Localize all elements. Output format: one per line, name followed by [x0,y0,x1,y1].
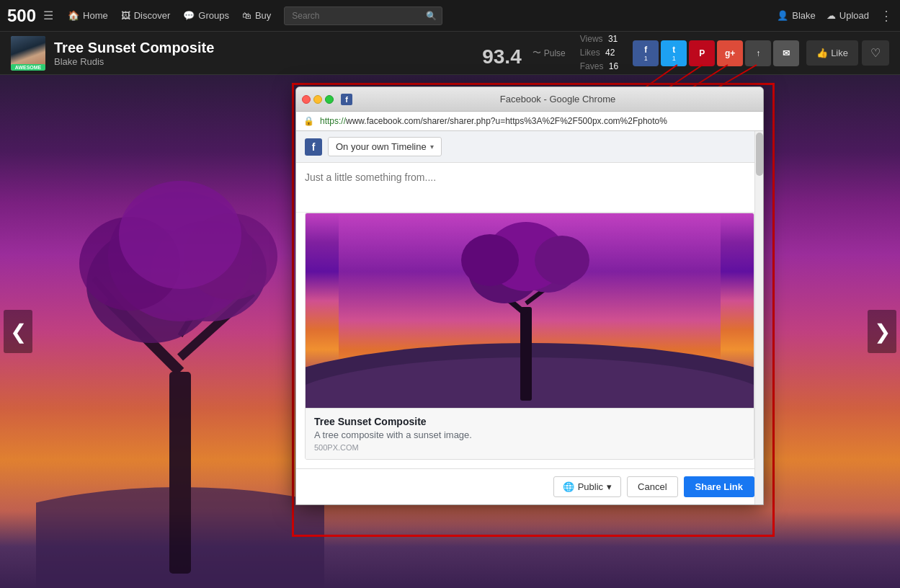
twitter-count: 1 [672,55,676,62]
facebook-count: 1 [644,55,648,62]
mail-share-button[interactable]: ✉ [773,40,799,66]
heart-icon: ♡ [870,47,881,59]
svg-point-25 [461,234,519,286]
timeline-selector-button[interactable]: On your own Timeline ▾ [328,137,442,156]
twitter-share-button[interactable]: t 1 [661,40,687,66]
facebook-share-button[interactable]: f 1 [633,40,659,66]
like-button[interactable]: 👍 Like [806,40,858,66]
thumbs-up-icon: 👍 [816,48,828,58]
prev-photo-arrow[interactable]: ❮ [4,310,32,353]
favorite-button[interactable]: ♡ [862,40,889,66]
fb-message-area [296,163,763,213]
right-chevron-icon: ❯ [874,320,891,344]
fb-share-link-button[interactable]: Share Link [684,476,754,497]
photo-stats: 93.4 〜 Pulse [482,39,566,68]
upload-label: Upload [839,10,869,21]
chrome-maximize-button[interactable] [325,95,334,104]
likes-count: Likes 42 [580,46,618,60]
pulse-label: Pulse [544,48,566,58]
like-label: Like [831,48,848,58]
mail-icon: ✉ [783,48,790,58]
faves-label: Faves [580,61,604,71]
nav-item-buy[interactable]: 🛍 Buy [242,10,271,21]
share-buttons: f 1 t 1 P g+ ↑ ✉ [633,40,799,66]
likes-value: 42 [605,48,615,58]
logo-text: 500 [7,6,36,26]
discover-icon: 🖼 [121,10,130,21]
score-decimal: .4 [504,45,521,68]
pinterest-icon: P [699,48,705,58]
faves-count: Faves 16 [580,60,618,74]
photo-counts: Views 31 Likes 42 Faves 16 [580,32,618,74]
upload-button[interactable]: ☁ Upload [827,10,869,21]
score-main: 93 [482,45,504,68]
chrome-tab-title: Facebook - Google Chrome [358,94,757,104]
search-input[interactable] [284,6,442,25]
action-buttons: 👍 Like ♡ [806,40,889,66]
author-avatar: AWESOME [11,36,45,71]
user-name: Blake [792,10,816,21]
photo-author[interactable]: Blake Rudis [54,56,482,67]
chrome-window: f Facebook - Google Chrome 🔒 https://www… [295,86,764,505]
avatar-image: AWESOME [11,36,45,71]
photo-header: AWESOME Tree Sunset Composite Blake Rudi… [0,32,900,75]
googleplus-share-button[interactable]: g+ [717,40,743,66]
nav-item-home[interactable]: 🏠 Home [68,10,108,21]
chrome-titlebar: f Facebook - Google Chrome [296,87,763,112]
top-nav: 500 ☰ 🏠 Home 🖼 Discover 💬 Groups 🛍 Buy 🔍… [0,0,900,32]
buy-icon: 🛍 [242,10,251,21]
groups-icon: 💬 [183,10,195,21]
background-tree-svg [36,156,324,588]
share-arrow-icon: ↑ [756,48,760,58]
more-options-icon[interactable]: ⋮ [880,8,893,24]
left-chevron-icon: ❮ [10,320,27,344]
user-avatar-icon: 👤 [777,10,788,21]
chrome-addressbar: 🔒 https://www.facebook.com/sharer/sharer… [296,112,763,131]
faves-value: 16 [609,61,618,71]
user-menu[interactable]: 👤 Blake [777,10,816,21]
fb-public-label: Public [578,481,603,492]
menu-icon[interactable]: ☰ [43,9,53,22]
public-dropdown-icon: ▾ [607,481,612,492]
svg-rect-1 [169,372,191,574]
fb-preview-title: Tree Sunset Composite [314,416,745,427]
fb-preview-description: A tree composite with a sunset image. [314,429,745,440]
next-photo-arrow[interactable]: ❯ [868,310,896,353]
site-logo[interactable]: 500 [7,6,36,26]
fb-message-input[interactable] [305,172,754,200]
home-icon: 🏠 [68,10,79,21]
facebook-share-content: f On your own Timeline ▾ [296,131,763,504]
fb-public-selector[interactable]: 🌐 Public ▾ [553,476,621,497]
facebook-dialog-overlay: f Facebook - Google Chrome 🔒 https://www… [295,86,764,505]
nav-item-discover[interactable]: 🖼 Discover [121,10,171,21]
fb-action-buttons: 🌐 Public ▾ Cancel Share Link [296,468,763,504]
photo-title-block: Tree Sunset Composite Blake Rudis [54,40,482,67]
chrome-window-controls [302,95,334,104]
chrome-close-button[interactable] [302,95,311,104]
fb-share-toolbar: f On your own Timeline ▾ [296,131,763,163]
preview-image-svg [306,213,754,408]
fb-scrollbar[interactable] [754,131,763,504]
views-count: Views 31 [580,32,618,46]
pulse-wave-icon: 〜 [533,47,541,59]
share-icon-button[interactable]: ↑ [745,40,771,66]
fb-cancel-button[interactable]: Cancel [627,476,677,497]
address-path: /sharer/sharer.php?u=https%3A%2F%2F500px… [420,116,667,126]
googleplus-icon: g+ [725,48,735,58]
chrome-minimize-button[interactable] [313,95,322,104]
globe-icon: 🌐 [563,481,574,492]
search-container: 🔍 [284,6,442,25]
fb-scrollbar-thumb[interactable] [756,133,763,176]
facebook-icon: f [644,45,647,55]
nav-discover-label: Discover [134,10,171,21]
ssl-lock-icon: 🔒 [303,116,314,126]
views-label: Views [580,34,603,44]
twitter-icon: t [672,45,675,55]
svg-point-11 [119,181,241,289]
nav-groups-label: Groups [198,10,229,21]
likes-label: Likes [580,48,600,58]
pinterest-share-button[interactable]: P [689,40,715,66]
nav-item-groups[interactable]: 💬 Groups [183,10,229,21]
nav-right: 👤 Blake ☁ Upload ⋮ [777,8,893,24]
dropdown-arrow-icon: ▾ [430,143,434,151]
